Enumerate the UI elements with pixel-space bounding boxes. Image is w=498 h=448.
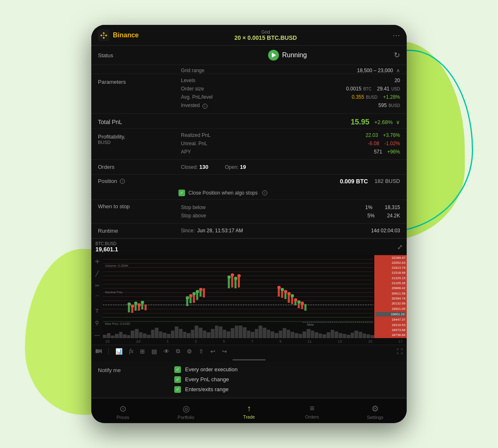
svg-rect-38 [284,292,286,299]
more-icon[interactable]: ⋯ [393,31,400,39]
chevron-up-icon[interactable]: ∧ [396,68,400,73]
svg-rect-20 [128,305,130,312]
play-button[interactable] [268,50,279,61]
svg-rect-28 [193,295,195,303]
svg-point-50 [186,296,189,299]
chart-body: ✛ ╱ ✂ ⌒ T ⚲ — [91,255,407,338]
notify-check-3[interactable]: ✓ [174,386,181,393]
invested-info-icon[interactable]: i [203,104,208,109]
volume-bar [107,333,111,338]
nav-settings[interactable]: ⚙ Settings [344,402,407,421]
price-tick-15: 18736.84 [376,333,405,337]
trade-label: Trade [243,414,255,419]
svg-text:Stop: Stop [307,323,314,326]
fx-icon[interactable]: fx [129,348,133,355]
price-tick-4: 21518.99 [376,271,405,275]
volume-bar [147,335,151,338]
realized-pnl-val: 22.03 [366,132,378,138]
magnet-icon[interactable]: ⚲ [95,320,99,326]
curve-tool-icon[interactable]: ⌒ [95,295,100,302]
runtime-duration: 14d 02:04:03 [371,228,400,234]
volume-bar [115,334,119,338]
volume-bar [279,331,283,338]
layers-icon[interactable]: ⧉ [176,348,180,355]
notify-check-2[interactable]: ✓ [174,376,181,383]
volume-bar [287,330,290,338]
levels-val: 20 [395,78,400,83]
chart-type-icon[interactable]: ▤ [151,348,157,355]
expand-chart-icon[interactable]: ⤢ [397,243,403,251]
levels-row: Levels 20 [181,76,400,85]
volume-bar [366,334,370,338]
text-tool-icon[interactable]: T [95,308,99,314]
close-position-info-icon[interactable]: i [262,190,267,195]
portfolio-label: Portfolio [178,415,194,420]
stop-rows: Stop below 1% 18,315 Stop above 5% 24.2K [181,203,400,220]
volume-bar [199,328,203,338]
line-tool-icon[interactable]: ╱ [95,270,99,277]
volume-bar [131,331,134,338]
invested-unit: BUSD [388,103,400,108]
indicators-icon[interactable]: 📊 [115,348,122,355]
svg-point-45 [127,302,131,306]
timeframe-button[interactable]: 8H [95,348,102,354]
params-content: Levels 20 Order size 0.0015 BTC 29.41 US… [174,74,407,113]
volume-bar [191,330,195,338]
parameters-section: Parameters Levels 20 Order size 0.0015 B… [91,74,407,114]
chevron-expand-icon[interactable]: ∨ [396,119,400,125]
volume-bar [267,330,271,338]
runtime-since: Since: Jun 28, 11:53:17 AM [181,228,243,234]
svg-rect-34 [234,279,237,288]
unreal-pnl-vals: -6.08 -1.02% [368,141,400,146]
app-container: Binance Grid 20 × 0.0015 BTC.BUSD ⋯ Stat… [91,25,407,423]
svg-rect-39 [288,295,290,303]
runtime-section: Runtime Since: Jun 28, 11:53:17 AM 14d 0… [91,224,407,239]
stop-below-val: 18,315 [385,205,400,210]
settings-gear-icon[interactable]: ⚙ [187,348,192,355]
crosshair-tool-icon[interactable]: ⊞ [140,348,145,355]
volume-bar [359,332,362,338]
nav-trade[interactable]: ↑ Trade [217,402,281,421]
crosshair-icon[interactable]: ✛ [95,258,100,265]
status-label: Status [98,52,181,58]
realized-pnl-pct: +3.76% [383,132,400,138]
fullscreen-icon[interactable]: ⛶ [397,348,403,355]
volume-bar [283,328,286,338]
orders-nav-icon: ≡ [310,404,315,413]
eye-icon[interactable]: 👁 [164,348,169,355]
close-position-check[interactable]: ✓ [178,190,185,196]
scissors-icon[interactable]: ✂ [95,282,100,289]
nav-orders[interactable]: ≡ Orders [281,402,344,421]
svg-point-53 [196,290,199,293]
lock-icon[interactable]: — [95,332,100,338]
realized-pnl-vals: 22.03 +3.76% [366,132,400,138]
order-size-usd-unit: USD [391,87,400,91]
svg-rect-31 [203,288,205,297]
order-size-key: Order size [181,86,204,92]
svg-point-48 [137,303,141,307]
x-label-17: 17 [398,339,403,343]
nav-portfolio[interactable]: ◎ Portfolio [154,402,217,421]
notify-item-3: ✓ Enters/exits range [174,386,407,393]
undo-icon[interactable]: ↩ [210,348,215,355]
avg-pnl-row: Avg. PnL/level 0.355 BUSD +1.28% [181,93,400,101]
trade-icon: ↑ [247,404,251,413]
svg-rect-33 [231,276,233,287]
x-label-9: 9 [279,339,281,343]
share-icon[interactable]: ⇧ [199,348,204,355]
position-info-icon[interactable]: i [120,179,125,184]
invested-row: Invested i 595 BUSD [181,101,400,110]
nav-prices[interactable]: ⊙ Prices [91,402,154,421]
since-label: Since: [181,228,195,234]
refresh-icon[interactable]: ↻ [394,51,400,60]
stop-below-vals: 1% 18,315 [365,205,400,210]
svg-point-65 [297,300,300,304]
volume-bar [135,329,139,338]
price-tick-9: 20394.74 [376,297,405,300]
unreal-pnl-pct: -1.02% [384,141,400,146]
volume-bar [307,329,310,338]
avg-pnl-key: Avg. PnL/level [181,94,213,100]
notify-check-1[interactable]: ✓ [174,366,181,373]
redo-icon[interactable]: ↪ [222,348,227,355]
volume-bar [143,334,146,338]
